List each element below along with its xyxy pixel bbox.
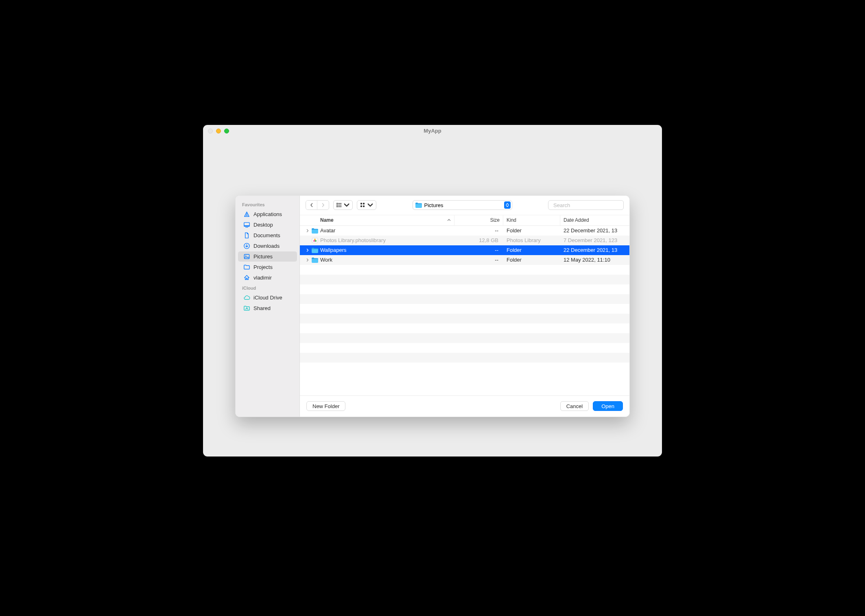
file-date: 7 December 2021, 123 xyxy=(560,237,625,243)
col-name-label: Name xyxy=(320,217,334,223)
empty-row xyxy=(300,333,629,343)
sidebar-item-vladimir[interactable]: vladimir xyxy=(238,273,297,283)
search-input[interactable] xyxy=(553,202,622,208)
file-row[interactable]: Wallpapers--Folder22 December 2021, 13 xyxy=(300,245,629,255)
back-button[interactable] xyxy=(306,201,317,210)
titlebar[interactable]: MyApp xyxy=(203,125,662,137)
sidebar-item-label: Downloads xyxy=(253,243,280,249)
empty-row xyxy=(300,304,629,314)
file-size: 12,8 GB xyxy=(454,237,503,243)
col-kind-label: Kind xyxy=(507,217,516,223)
sidebar-item-pictures[interactable]: Pictures xyxy=(238,251,297,262)
sidebar-item-desktop[interactable]: Desktop xyxy=(238,220,297,230)
disclosure-chevron-icon[interactable] xyxy=(306,229,310,232)
group-by-button[interactable] xyxy=(357,200,376,210)
col-name[interactable]: Name xyxy=(304,215,454,225)
svg-point-22 xyxy=(313,240,315,241)
folder-icon xyxy=(311,257,319,263)
sidebar-item-label: iCloud Drive xyxy=(253,295,282,301)
sidebar-item-projects[interactable]: Projects xyxy=(238,262,297,272)
sidebar-item-label: Shared xyxy=(253,305,271,311)
toolbar: Pictures xyxy=(300,196,629,215)
dialog-main: Pictures Name xyxy=(300,196,629,417)
svg-rect-15 xyxy=(363,205,365,207)
file-row[interactable]: Work--Folder12 May 2022, 11:10 xyxy=(300,255,629,265)
dialog-footer: New Folder Cancel Open xyxy=(300,395,629,417)
file-kind: Folder xyxy=(503,257,560,263)
sort-ascending-icon xyxy=(447,217,451,223)
disclosure-chevron-icon[interactable] xyxy=(306,249,310,252)
updown-icon xyxy=(504,201,511,209)
folder-icon xyxy=(311,247,319,253)
file-row[interactable]: Photos Library.photoslibrary12,8 GBPhoto… xyxy=(300,236,629,245)
column-headers[interactable]: Name Size Kind Date Added xyxy=(300,215,629,226)
sidebar-item-label: Pictures xyxy=(253,253,273,260)
cloud-icon xyxy=(243,294,250,301)
sidebar: FavouritesApplicationsDesktopDocumentsDo… xyxy=(236,196,300,417)
pictures-icon xyxy=(243,253,250,260)
nav-buttons xyxy=(306,200,329,210)
location-popup[interactable]: Pictures xyxy=(413,200,512,210)
chevron-down-icon xyxy=(344,202,349,208)
sidebar-section-title: Favourites xyxy=(236,200,299,209)
photos-library-icon xyxy=(311,237,319,244)
documents-icon xyxy=(243,232,250,239)
sidebar-item-label: vladimir xyxy=(253,275,272,281)
file-name: Wallpapers xyxy=(320,247,347,253)
file-date: 22 December 2021, 13 xyxy=(560,247,625,253)
sidebar-item-downloads[interactable]: Downloads xyxy=(238,241,297,251)
sidebar-item-applications[interactable]: Applications xyxy=(238,209,297,219)
empty-row xyxy=(300,314,629,323)
file-date: 22 December 2021, 13 xyxy=(560,227,625,234)
empty-row xyxy=(300,343,629,353)
file-list[interactable]: Avatar--Folder22 December 2021, 13Photos… xyxy=(300,226,629,395)
col-kind[interactable]: Kind xyxy=(503,215,560,225)
file-kind: Folder xyxy=(503,227,560,234)
file-name: Work xyxy=(320,257,332,263)
file-size: -- xyxy=(454,257,503,263)
svg-point-10 xyxy=(337,205,338,205)
list-icon xyxy=(336,202,342,208)
search-field[interactable] xyxy=(548,200,624,210)
file-row[interactable]: Avatar--Folder22 December 2021, 13 xyxy=(300,226,629,236)
view-mode-list-button[interactable] xyxy=(333,200,353,210)
folder-icon xyxy=(311,228,319,234)
empty-row xyxy=(300,323,629,333)
sidebar-item-documents[interactable]: Documents xyxy=(238,230,297,240)
svg-rect-12 xyxy=(360,203,362,205)
svg-point-4 xyxy=(245,255,246,256)
empty-row xyxy=(300,284,629,294)
folder-icon xyxy=(415,202,422,208)
window-body: FavouritesApplicationsDesktopDocumentsDo… xyxy=(203,137,662,457)
empty-row xyxy=(300,294,629,304)
window-title: MyApp xyxy=(203,128,662,134)
empty-row xyxy=(300,275,629,284)
empty-row xyxy=(300,353,629,363)
sidebar-item-label: Desktop xyxy=(253,222,273,228)
file-date: 12 May 2022, 11:10 xyxy=(560,257,625,263)
grid-icon xyxy=(360,202,366,208)
open-dialog: FavouritesApplicationsDesktopDocumentsDo… xyxy=(235,195,630,417)
cancel-button[interactable]: Cancel xyxy=(560,401,589,411)
disclosure-chevron-icon[interactable] xyxy=(306,258,310,262)
svg-point-11 xyxy=(337,206,338,207)
sidebar-item-label: Applications xyxy=(253,211,282,217)
sidebar-item-icloud-drive[interactable]: iCloud Drive xyxy=(238,293,297,303)
forward-button[interactable] xyxy=(317,201,329,210)
open-button[interactable]: Open xyxy=(593,401,623,411)
empty-row xyxy=(300,265,629,275)
col-date[interactable]: Date Added xyxy=(560,215,625,225)
new-folder-button[interactable]: New Folder xyxy=(306,401,345,411)
sidebar-item-shared[interactable]: Shared xyxy=(238,303,297,313)
chevron-down-icon xyxy=(367,202,373,208)
col-date-label: Date Added xyxy=(564,217,589,223)
file-name: Photos Library.photoslibrary xyxy=(320,237,386,243)
svg-point-9 xyxy=(337,203,338,204)
svg-point-21 xyxy=(315,240,317,241)
shared-icon xyxy=(243,305,250,312)
folder-icon xyxy=(243,264,250,271)
col-size[interactable]: Size xyxy=(454,215,503,225)
sidebar-item-label: Projects xyxy=(253,264,273,270)
file-kind: Photos Library xyxy=(503,237,560,243)
chevron-right-icon xyxy=(321,203,325,207)
